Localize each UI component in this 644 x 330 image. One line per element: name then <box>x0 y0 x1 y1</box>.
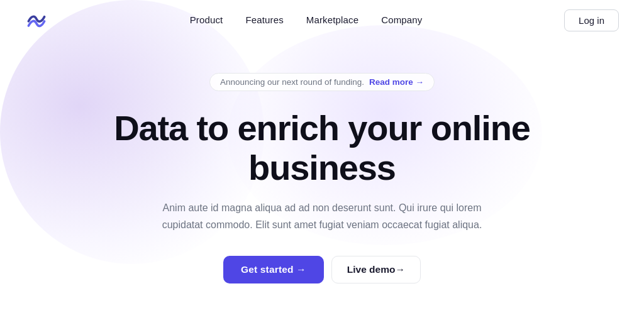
announcement-badge[interactable]: Announcing our next round of funding. Re… <box>209 73 435 91</box>
logo[interactable] <box>25 9 48 31</box>
nav-item-features[interactable]: Features <box>245 14 283 26</box>
nav-link-marketplace[interactable]: Marketplace <box>306 14 358 25</box>
nav-item-product[interactable]: Product <box>190 14 223 26</box>
logo-icon <box>25 9 48 31</box>
navbar: Product Features Marketplace Company Log… <box>0 0 644 40</box>
hero-title: Data to enrich your online business <box>102 109 542 187</box>
nav-links: Product Features Marketplace Company <box>190 14 423 26</box>
login-button[interactable]: Log in <box>564 9 619 31</box>
nav-link-company[interactable]: Company <box>381 14 422 25</box>
nav-link-product[interactable]: Product <box>190 14 223 25</box>
hero-subtitle: Anim aute id magna aliqua ad ad non dese… <box>146 200 498 233</box>
hero-section: Announcing our next round of funding. Re… <box>0 40 644 283</box>
nav-link-features[interactable]: Features <box>245 14 283 25</box>
announcement-text: Announcing our next round of funding. <box>220 77 364 87</box>
nav-item-marketplace[interactable]: Marketplace <box>306 14 358 26</box>
hero-actions: Get started → Live demo→ <box>223 256 421 283</box>
announcement-link[interactable]: Read more → <box>369 77 424 87</box>
get-started-button[interactable]: Get started → <box>223 256 324 283</box>
nav-item-company[interactable]: Company <box>381 14 422 26</box>
live-demo-button[interactable]: Live demo→ <box>331 256 421 283</box>
